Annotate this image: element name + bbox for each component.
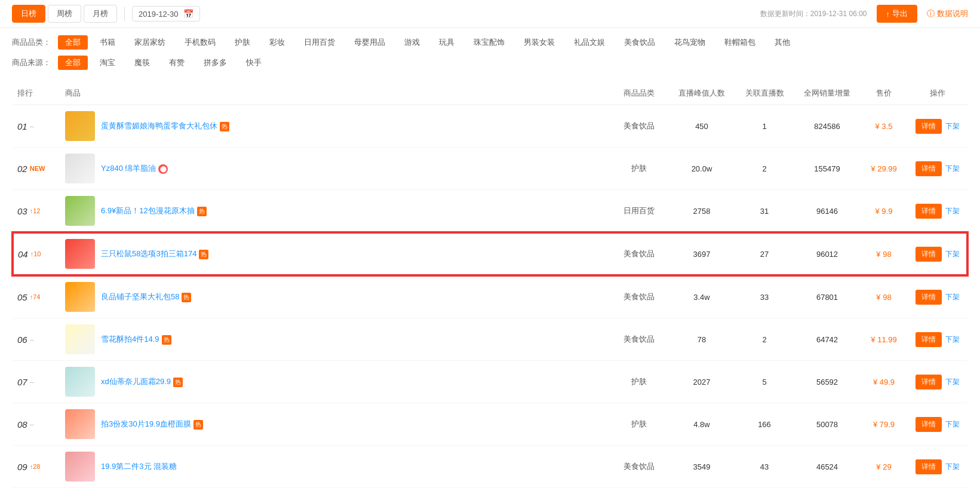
filter-cat-books[interactable]: 书籍 xyxy=(93,35,122,50)
tab-daily[interactable]: 日榜 xyxy=(12,5,45,23)
product-name[interactable]: 雪花酥拍4件14.9热 xyxy=(101,334,171,345)
sales-increase-cell: 56592 xyxy=(794,361,860,403)
action-cell: 详情 下架 xyxy=(908,275,967,318)
delist-button[interactable]: 下架 xyxy=(945,335,960,345)
table-row: 01-- 蛋黄酥雪媚娘海鸭蛋零食大礼包休热 美食饮品4501824586¥ 3.… xyxy=(13,105,967,148)
price-cell: ¥ 98 xyxy=(860,232,908,275)
filter-cat-pets[interactable]: 花鸟宠物 xyxy=(667,35,712,50)
detail-button[interactable]: 详情 xyxy=(916,119,942,134)
detail-button[interactable]: 详情 xyxy=(916,375,942,389)
table-header-row: 排行 商品 商品品类 直播峰值人数 关联直播数 全网销量增量 售价 操作 xyxy=(13,82,967,105)
action-cell: 详情 下架 xyxy=(908,318,967,361)
table-container: 排行 商品 商品品类 直播峰值人数 关联直播数 全网销量增量 售价 操作 01-… xyxy=(0,76,980,494)
table-row: 06-- 雪花酥拍4件14.9热 美食饮品78264742¥ 11.99 详情 … xyxy=(13,318,967,361)
product-thumbnail xyxy=(65,282,95,312)
filter-cat-maternal[interactable]: 母婴用品 xyxy=(347,35,392,50)
hot-icon: 热 xyxy=(197,207,207,216)
filter-src-youzan[interactable]: 有赞 xyxy=(162,56,192,70)
delist-button[interactable]: 下架 xyxy=(945,249,960,259)
filter-cat-game[interactable]: 游戏 xyxy=(397,35,427,50)
delist-button[interactable]: 下架 xyxy=(945,419,960,430)
product-cell: 蛋黄酥雪媚娘海鸭蛋零食大礼包休热 xyxy=(60,105,609,148)
filter-src-pinduoduo[interactable]: 拼多多 xyxy=(196,56,234,70)
tab-weekly[interactable]: 周榜 xyxy=(48,5,81,23)
export-button[interactable]: ↑ 导出 xyxy=(877,5,918,23)
detail-button[interactable]: 详情 xyxy=(916,161,942,176)
product-name[interactable]: 蛋黄酥雪媚娘海鸭蛋零食大礼包休热 xyxy=(101,121,229,131)
product-cell: xd仙蒂奈儿面霜29.9热 xyxy=(60,361,609,403)
tab-monthly[interactable]: 月榜 xyxy=(84,5,117,23)
detail-button[interactable]: 详情 xyxy=(916,332,942,347)
filter-cat-digital[interactable]: 手机数码 xyxy=(177,35,223,50)
sales-increase-cell: 46524 xyxy=(794,446,860,488)
info-icon: ⓘ xyxy=(927,8,935,19)
rank-number: 03 xyxy=(17,206,27,216)
product-name[interactable]: xd仙蒂奈儿面霜29.9热 xyxy=(101,376,183,387)
filter-cat-all[interactable]: 全部 xyxy=(58,35,88,50)
product-name[interactable]: 拍3份发30片19.9血橙面膜热 xyxy=(101,419,203,430)
filter-cat-jewelry[interactable]: 珠宝配饰 xyxy=(466,35,512,50)
rank-cell: 03↑12 xyxy=(13,190,60,233)
product-thumbnail xyxy=(65,154,95,183)
rank-cell: 04↑10 xyxy=(13,232,60,275)
product-name[interactable]: Yz840 绵羊脂油⬤ xyxy=(101,163,168,174)
product-cell: 雪花酥拍4件14.9热 xyxy=(60,318,609,361)
filter-cat-home[interactable]: 家居家纺 xyxy=(127,35,173,50)
rank-number: 06 xyxy=(17,335,27,345)
product-name[interactable]: 19.9第二件3元 混装糖 xyxy=(101,461,177,472)
rank-change: ↑10 xyxy=(30,250,41,257)
category-cell: 美食饮品 xyxy=(609,232,669,275)
hot-icon: 热 xyxy=(220,122,229,131)
filter-src-kuaishou[interactable]: 快手 xyxy=(239,56,269,70)
filter-cat-gift[interactable]: 礼品文娱 xyxy=(567,35,612,50)
detail-button[interactable]: 详情 xyxy=(916,417,942,432)
peak-viewers-cell: 2027 xyxy=(669,361,735,403)
category-cell: 美食饮品 xyxy=(609,105,669,148)
product-thumbnail xyxy=(65,196,95,226)
sales-increase-cell: 96012 xyxy=(794,232,860,275)
filter-cat-other[interactable]: 其他 xyxy=(767,35,797,50)
price-cell: ¥ 3.5 xyxy=(860,105,908,148)
data-info-button[interactable]: ⓘ 数据说明 xyxy=(927,8,968,19)
filter-cat-daily[interactable]: 日用百货 xyxy=(297,35,342,50)
product-thumbnail xyxy=(65,409,95,439)
filter-cat-toys[interactable]: 玩具 xyxy=(432,35,462,50)
table-row: 08-- 拍3份发30片19.9血橙面膜热 护肤4.8w16650078¥ 79… xyxy=(13,403,967,446)
detail-button[interactable]: 详情 xyxy=(916,204,942,219)
col-product: 商品 xyxy=(60,82,609,105)
category-label: 商品品类： xyxy=(12,37,51,48)
peak-viewers-cell: 2758 xyxy=(669,190,735,233)
filter-cat-clothing[interactable]: 男装女装 xyxy=(517,35,562,50)
rank-cell: 06-- xyxy=(13,318,60,361)
product-name[interactable]: 良品铺子坚果大礼包58热 xyxy=(101,292,191,302)
delist-button[interactable]: 下架 xyxy=(945,206,960,216)
filter-cat-makeup[interactable]: 彩妆 xyxy=(262,35,292,50)
col-category: 商品品类 xyxy=(609,82,669,105)
delist-button[interactable]: 下架 xyxy=(945,377,960,387)
date-picker[interactable]: 2019-12-30 📅 xyxy=(132,6,200,22)
delist-button[interactable]: 下架 xyxy=(945,121,960,131)
filter-cat-bags[interactable]: 鞋帽箱包 xyxy=(717,35,763,50)
filter-src-mojie[interactable]: 魔筷 xyxy=(127,56,157,70)
rank-number: 05 xyxy=(17,292,27,302)
detail-button[interactable]: 详情 xyxy=(916,459,942,474)
detail-button[interactable]: 详情 xyxy=(916,247,942,262)
filter-cat-skincare[interactable]: 护肤 xyxy=(228,35,257,50)
product-cell: 19.9第二件3元 混装糖 xyxy=(60,446,609,488)
related-lives-cell: 5 xyxy=(735,361,794,403)
product-name[interactable]: 三只松鼠58选项3拍三箱174热 xyxy=(101,249,208,259)
product-name[interactable]: 6.9¥新品！12包漫花原木抽热 xyxy=(101,206,207,216)
rank-number: 01 xyxy=(17,121,27,131)
filter-cat-food[interactable]: 美食饮品 xyxy=(617,35,662,50)
related-lives-cell: 27 xyxy=(735,232,794,275)
delist-button[interactable]: 下架 xyxy=(945,164,960,174)
sales-increase-cell: 67801 xyxy=(794,275,860,318)
delist-button[interactable]: 下架 xyxy=(945,292,960,302)
filter-src-taobao[interactable]: 淘宝 xyxy=(93,56,122,70)
related-lives-cell: 2 xyxy=(735,148,794,190)
filter-src-all[interactable]: 全部 xyxy=(58,56,88,70)
action-cell: 详情 下架 xyxy=(908,446,967,488)
detail-button[interactable]: 详情 xyxy=(916,290,942,305)
delist-button[interactable]: 下架 xyxy=(945,462,960,472)
sales-increase-cell: 50078 xyxy=(794,403,860,446)
